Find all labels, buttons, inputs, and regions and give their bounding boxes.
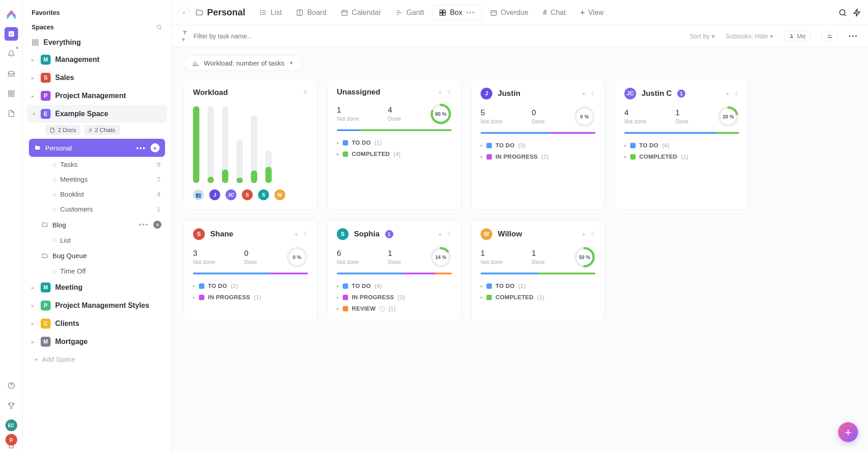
subtasks-toggle[interactable]: Subtasks: Hide ▾ xyxy=(726,33,773,40)
avatar[interactable]: W xyxy=(481,228,492,240)
sidebar-space-management[interactable]: ▸MManagement xyxy=(27,51,167,69)
sidebar-space-example-space[interactable]: ▼EExample Space xyxy=(27,105,167,123)
list-blog-child[interactable]: ○List xyxy=(27,233,167,248)
svg-rect-22 xyxy=(342,10,347,15)
progress-ring: 50 % xyxy=(574,246,595,268)
sidebar-space-sales[interactable]: ▸SSales xyxy=(27,69,167,87)
status-row[interactable]: ▸TO DO(1) xyxy=(337,139,452,146)
list-customers[interactable]: ○Customers1 xyxy=(52,202,167,217)
assignees-filter[interactable] xyxy=(821,32,838,41)
avatar[interactable]: J xyxy=(209,189,220,200)
add-icon[interactable]: + xyxy=(582,231,585,238)
status-row[interactable]: ▸TO DO(4) xyxy=(624,142,739,149)
list-time-off[interactable]: ○Time Off xyxy=(27,264,167,278)
avatar[interactable]: W xyxy=(274,189,285,200)
tab-calendar[interactable]: Calendar xyxy=(335,5,387,20)
favorites-header[interactable]: Favorites xyxy=(27,5,167,20)
logo-icon[interactable] xyxy=(5,7,18,21)
status-row[interactable]: ▸TO DO(2) xyxy=(193,282,308,289)
tab-box[interactable]: Box••• xyxy=(432,5,481,21)
add-icon[interactable]: + xyxy=(151,143,160,152)
tab-board[interactable]: Board xyxy=(290,5,333,20)
folder-blog[interactable]: Blog •••+ xyxy=(27,217,167,233)
user-avatar-2[interactable]: D xyxy=(5,434,17,446)
more-icon[interactable]: ••• xyxy=(139,221,149,229)
sidebar-space-project-management-styles[interactable]: ▸PProject Management Styles xyxy=(27,297,167,315)
avatar[interactable]: JC xyxy=(226,189,236,200)
add-view-button[interactable]: +View xyxy=(574,5,610,20)
create-fab[interactable]: + xyxy=(838,422,858,442)
avatar[interactable]: S xyxy=(193,228,205,240)
add-icon[interactable]: + xyxy=(294,231,298,238)
trophy-icon[interactable] xyxy=(5,399,18,412)
close-icon[interactable]: × xyxy=(303,88,308,97)
status-row[interactable]: ▸TO DO(4) xyxy=(337,282,452,289)
add-icon[interactable]: + xyxy=(582,90,585,97)
list-tasks[interactable]: ○Tasks9 xyxy=(52,157,167,172)
expand-icon[interactable] xyxy=(590,231,595,238)
status-row[interactable]: ▸IN PROGRESS(2) xyxy=(337,294,452,301)
sidebar-space-project-management[interactable]: ▸PProject Management xyxy=(27,87,167,105)
avatar[interactable]: S xyxy=(242,189,253,200)
add-icon[interactable]: + xyxy=(153,221,161,229)
svg-point-17 xyxy=(260,10,261,11)
apps-icon[interactable] xyxy=(5,87,18,100)
tab-overdue[interactable]: Overdue xyxy=(484,5,535,20)
expand-icon[interactable] xyxy=(446,89,452,96)
expand-icon[interactable] xyxy=(590,90,595,97)
back-button[interactable]: ‹ xyxy=(178,7,190,19)
sidebar-space-meeting[interactable]: ▸MMeeting xyxy=(27,278,167,297)
docs-icon[interactable] xyxy=(5,107,18,120)
chats-pill[interactable]: #2 Chats xyxy=(84,125,119,135)
add-space-button[interactable]: +Add Space xyxy=(27,351,167,367)
svg-rect-29 xyxy=(440,10,442,12)
more-icon[interactable]: ••• xyxy=(136,144,146,152)
docs-pill[interactable]: 2 Docs xyxy=(45,125,80,135)
status-row[interactable]: ▸IN PROGRESS(1) xyxy=(193,294,308,301)
status-row[interactable]: ▸IN PROGRESS(2) xyxy=(481,153,595,160)
bolt-icon[interactable] xyxy=(853,8,862,17)
sidebar-space-clients[interactable]: ▸CClients xyxy=(27,315,167,333)
add-icon[interactable]: + xyxy=(726,90,729,97)
expand-icon[interactable] xyxy=(302,231,308,238)
list-meetings[interactable]: ○Meetings7 xyxy=(52,172,167,187)
avatar[interactable]: JC xyxy=(624,88,636,99)
search-icon[interactable] xyxy=(838,8,847,17)
filter-icon[interactable]: ▾ xyxy=(182,29,188,43)
me-filter[interactable]: Me xyxy=(784,31,811,42)
tab-chat[interactable]: #Chat xyxy=(537,5,572,20)
tab-gantt[interactable]: Gantt xyxy=(389,5,430,20)
folder-bug-queue[interactable]: Bug Queue xyxy=(27,248,167,264)
filter-input[interactable] xyxy=(193,33,329,40)
list-booklist[interactable]: ○Booklist4 xyxy=(52,187,167,202)
sort-by-button[interactable]: Sort by ▾ xyxy=(690,33,715,40)
breadcrumb[interactable]: Personal xyxy=(195,7,245,18)
status-row[interactable]: ▸COMPLETED(1) xyxy=(624,153,739,160)
user-avatar-1[interactable]: EC xyxy=(5,419,17,431)
sidebar-space-mortgage[interactable]: ▸MMortgage xyxy=(27,333,167,351)
notifications-icon[interactable] xyxy=(5,47,18,61)
expand-icon[interactable] xyxy=(446,231,452,238)
search-icon[interactable] xyxy=(156,24,162,30)
status-row[interactable]: ▸TO DO(1) xyxy=(481,282,595,289)
inbox-icon[interactable] xyxy=(5,67,18,80)
avatar[interactable]: 👥 xyxy=(193,189,204,200)
expand-icon[interactable] xyxy=(734,90,739,97)
avatar[interactable]: S xyxy=(258,189,269,200)
avatar[interactable]: S xyxy=(337,228,349,240)
workload-selector[interactable]: Workload: number of tasks ▼ xyxy=(184,55,302,71)
everything-item[interactable]: Everything xyxy=(27,34,167,51)
more-options[interactable]: ••• xyxy=(849,33,858,40)
status-row[interactable]: ▸COMPLETED(1) xyxy=(481,294,595,301)
sidebar-folder-personal[interactable]: Personal •••+ xyxy=(29,139,165,157)
add-icon[interactable]: + xyxy=(438,89,442,96)
add-icon[interactable]: + xyxy=(438,231,442,238)
avatar[interactable]: J xyxy=(481,88,492,99)
status-row[interactable]: ▸COMPLETED(4) xyxy=(337,151,452,157)
status-row[interactable]: ▸TO DO(3) xyxy=(481,142,595,149)
home-icon[interactable] xyxy=(5,27,18,41)
person-card-unassigned: Unassigned+ 1Not done4Done80 % ▸TO DO(1)… xyxy=(327,79,461,210)
help-icon[interactable] xyxy=(5,379,18,392)
tab-list[interactable]: List xyxy=(253,5,288,20)
status-row[interactable]: ▸REVIEW✓(1) xyxy=(337,305,452,312)
